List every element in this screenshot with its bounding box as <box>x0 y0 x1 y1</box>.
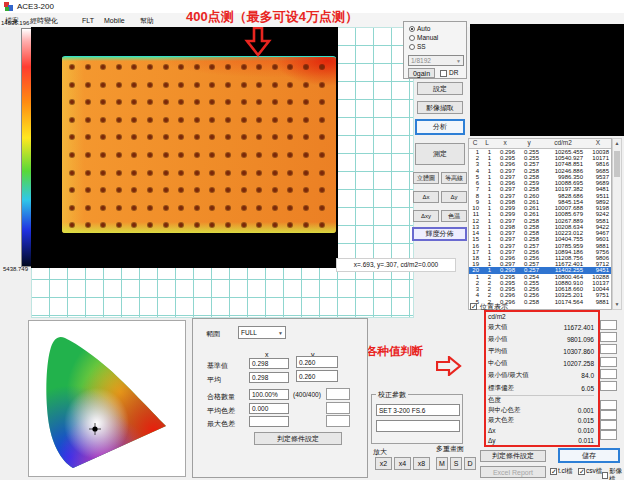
table-scrollbar[interactable]: ▲ ▼ <box>612 138 622 310</box>
csv-file-checkbox[interactable]: ✓ csv檔 <box>578 467 602 475</box>
contour-button[interactable]: 等高線 <box>441 172 467 184</box>
measurement-point <box>257 100 261 104</box>
zero-gain-button[interactable]: 0gain <box>408 68 435 78</box>
result-lum-row: 中心值10207.258 <box>488 358 594 370</box>
ref-y-field[interactable]: 0.260 <box>296 356 338 368</box>
measurement-point <box>273 100 277 104</box>
measurement-point <box>288 83 292 87</box>
bottom-judge-condition-button[interactable]: 判定條件設定 <box>480 450 546 462</box>
delta-y-button[interactable]: Δy <box>441 191 467 203</box>
radio-manual[interactable]: Manual <box>409 34 438 42</box>
measurement-point <box>242 118 246 122</box>
measurement-point <box>148 153 152 157</box>
radio-auto[interactable]: Auto <box>409 25 430 33</box>
solid-3d-button[interactable]: 立體圖 <box>413 172 439 184</box>
measurement-point <box>288 65 292 69</box>
cie-diagram-panel[interactable] <box>28 320 186 477</box>
measurement-point <box>164 135 168 139</box>
result-judge-box <box>600 410 617 420</box>
range-select[interactable]: FULL ▼ <box>238 326 286 339</box>
calibration-title: 校正參數 <box>376 391 408 399</box>
measurement-point <box>164 65 168 69</box>
measurement-point <box>101 223 105 227</box>
calibration-field[interactable]: SET 3-200 FS.6 <box>376 404 460 416</box>
measurement-point <box>226 171 230 175</box>
position-display-checkbox[interactable]: ✓ 位置表示 <box>470 302 508 311</box>
annotation-side-text: 各种值判断 <box>366 344 424 359</box>
pass-count-label: 合格數量 <box>207 392 235 401</box>
measurement-point <box>304 83 308 87</box>
magnify-label: 放大 <box>373 447 387 456</box>
ref-x-field[interactable]: 0.298 <box>249 358 289 369</box>
measurement-point <box>257 171 261 175</box>
measurement-point <box>320 206 324 210</box>
analyze-button[interactable]: 分析 <box>415 119 465 135</box>
max-diff-field <box>249 416 289 427</box>
excel-report-button[interactable]: Excel Report <box>480 466 546 478</box>
multi-d-button[interactable]: D <box>464 457 476 470</box>
measurement-point <box>70 118 74 122</box>
magnify-x8-button[interactable]: x8 <box>413 457 430 470</box>
measurement-point <box>101 100 105 104</box>
image-file-checkbox[interactable]: 影像檔 <box>602 467 624 480</box>
measurement-point <box>164 223 168 227</box>
measurement-point <box>257 206 261 210</box>
luminance-dist-button[interactable]: 輝度分佈 <box>412 227 467 241</box>
settings-button[interactable]: 設定 <box>417 82 463 95</box>
menu-mobile[interactable]: Mobile <box>104 16 125 25</box>
magnify-x4-button[interactable]: x4 <box>394 457 411 470</box>
judge-condition-button[interactable]: 判定條件設定 <box>254 432 342 445</box>
measurement-point <box>288 135 292 139</box>
scroll-down-icon[interactable]: ▼ <box>613 300 621 309</box>
measurement-point <box>195 188 199 192</box>
tcl-file-checkbox[interactable]: ✓ t.cl檔 <box>550 467 573 475</box>
result-judge-box <box>600 430 617 440</box>
delta-xy-button[interactable]: Δxy <box>413 210 439 222</box>
save-button[interactable]: 儲存 <box>558 448 620 463</box>
annotation-top-text: 400点测（最多可设4万点测） <box>186 8 358 26</box>
measurement-point <box>132 65 136 69</box>
measurement-point <box>210 100 214 104</box>
measurement-point <box>70 83 74 87</box>
measure-button[interactable]: 測定 <box>415 143 465 165</box>
measurement-point <box>179 65 183 69</box>
result-chroma-row: 與中心色差0.001 <box>488 405 594 415</box>
image-capture-button[interactable]: 影像擷取 <box>417 101 463 114</box>
measurement-point <box>226 65 230 69</box>
measurement-point <box>195 65 199 69</box>
points-table-body[interactable]: 110.2960.25510265.45510038210.2950.25510… <box>469 149 611 305</box>
result-judge-box <box>600 420 617 430</box>
multi-s-button[interactable]: S <box>450 457 462 470</box>
radio-ss[interactable]: SS <box>409 43 426 51</box>
result-judge-box <box>600 381 617 391</box>
pass-percent-field: 100.00% <box>249 389 289 400</box>
measurement-point <box>164 153 168 157</box>
result-judge-box <box>600 357 617 367</box>
menu-help[interactable]: 幫助 <box>140 16 154 25</box>
measurement-point <box>117 223 121 227</box>
magnify-x2-button[interactable]: x2 <box>375 457 392 470</box>
measurement-point <box>117 118 121 122</box>
points-table[interactable]: CLxycd/m2X 110.2960.25510265.45510038210… <box>468 138 612 310</box>
measurement-point <box>210 118 214 122</box>
measurement-point <box>320 65 324 69</box>
multi-m-button[interactable]: M <box>436 457 448 470</box>
measurement-display[interactable] <box>31 27 338 268</box>
avg-x-field[interactable]: 0.298 <box>249 372 289 383</box>
delta-x-button[interactable]: Δx <box>413 191 439 203</box>
measurement-point <box>117 188 121 192</box>
shutter-select[interactable]: 1/8192 ▼ <box>408 55 464 66</box>
menu-flt[interactable]: FLT <box>82 16 94 25</box>
measurement-point <box>195 83 199 87</box>
avg-y-field[interactable]: 0.260 <box>296 370 338 382</box>
measurement-point <box>257 83 261 87</box>
measurement-point <box>179 206 183 210</box>
scrollbar-thumb[interactable] <box>614 151 620 177</box>
dr-checkbox[interactable]: DR <box>440 69 458 77</box>
measurement-point <box>242 100 246 104</box>
calibration-field-2[interactable] <box>376 420 460 432</box>
measurement-point <box>273 171 277 175</box>
camera-preview[interactable] <box>470 24 624 136</box>
color-temp-button[interactable]: 色温 <box>441 210 467 222</box>
scroll-up-icon[interactable]: ▲ <box>613 139 621 148</box>
